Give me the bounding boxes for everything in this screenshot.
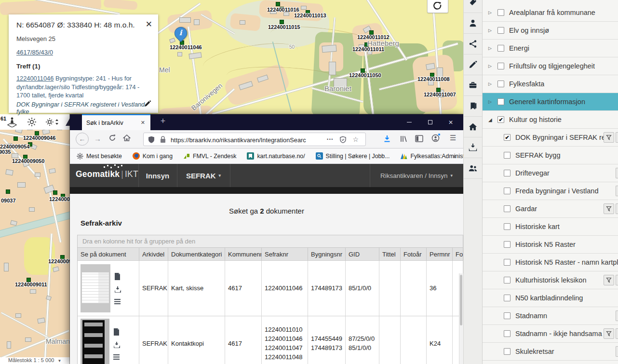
row-menu-icon[interactable] <box>114 299 121 304</box>
chevron-right-icon[interactable]: ▷ <box>488 46 494 51</box>
layer-skulekretsar[interactable]: Skulekretsar <box>483 343 618 361</box>
layer-historisk-n5[interactable]: Historisk N5 Raster <box>483 236 618 254</box>
chevron-right-icon[interactable]: ▷ <box>488 64 494 68</box>
layer-checkbox[interactable] <box>504 295 511 301</box>
chevron-right-icon[interactable]: ▷ <box>488 10 494 15</box>
map-rotate-button[interactable] <box>427 0 448 13</box>
brightness-adjust-icon[interactable] <box>45 117 59 127</box>
scrollbar-thumb[interactable] <box>460 275 462 325</box>
column-header[interactable]: Tittel <box>379 248 401 261</box>
tool-person-button[interactable] <box>464 13 482 34</box>
layer-checkbox[interactable] <box>504 330 511 337</box>
layer-group-kultur[interactable]: ◢ ✔ Kultur og historie <box>483 111 618 129</box>
new-tab-button[interactable]: + <box>157 116 169 126</box>
minimize-button[interactable] <box>402 114 416 130</box>
column-header[interactable]: Bygningsnr <box>308 248 346 261</box>
chevron-right-icon[interactable]: ▷ <box>488 28 494 33</box>
streetview-icon[interactable] <box>7 117 17 127</box>
permissions-shield-icon[interactable] <box>340 136 346 144</box>
clipped-button[interactable] <box>616 346 618 357</box>
nav-innsyn[interactable]: Innsyn <box>138 164 177 187</box>
clipped-button[interactable] <box>616 310 618 321</box>
sidebar-toggle-icon[interactable] <box>415 135 423 142</box>
layer-dok-sefrak[interactable]: ✔ DOK Bygningar i SEFRAK registe... <box>483 129 618 147</box>
layer-checkbox[interactable] <box>504 241 511 248</box>
forward-button[interactable]: → <box>94 135 101 143</box>
chevron-right-icon[interactable]: ▷ <box>488 81 494 86</box>
download-document-icon[interactable] <box>113 342 120 348</box>
layer-group-fylkesfakta[interactable]: ▷ Fylkesfakta <box>483 75 618 93</box>
sefrak-marker[interactable] <box>13 136 18 141</box>
layer-historisk-n5-namn[interactable]: Historisk N5 Raster - namn kartplate og <box>483 254 618 271</box>
chevron-right-icon[interactable]: ▷ <box>488 99 494 104</box>
layer-group-friluftsliv[interactable]: ▷ Friluftsliv og tilgjengelegheit <box>483 57 618 75</box>
filter-button[interactable] <box>604 328 614 339</box>
column-header[interactable]: Fot <box>453 248 463 261</box>
group-hint-bar[interactable]: Dra en kolonne hit for å gruppere på den <box>78 235 463 248</box>
library-icon[interactable] <box>400 135 407 143</box>
hamburger-menu-icon[interactable]: ☰ <box>450 134 456 142</box>
cadastre-link[interactable]: 4617/85/43/0 <box>16 49 53 56</box>
expanded-arrow-icon[interactable]: ◢ <box>488 117 494 122</box>
layer-checkbox[interactable] <box>497 63 504 69</box>
download-icon[interactable] <box>383 135 391 143</box>
sefrak-marker[interactable] <box>53 190 57 195</box>
tool-tag-button[interactable] <box>464 0 482 13</box>
column-header[interactable]: Arkivdel <box>139 248 168 261</box>
column-header[interactable]: Se på dokument <box>78 248 139 261</box>
layer-checkbox-checked[interactable]: ✔ <box>497 116 504 123</box>
layer-group-arealplanar[interactable]: ▷ Arealplanar frå kommunane <box>483 4 618 22</box>
tool-share-button[interactable] <box>464 34 482 54</box>
building-id-link[interactable]: 12240011046 <box>16 75 54 82</box>
page-scrollbar[interactable] <box>459 273 463 364</box>
view-document-icon[interactable] <box>113 328 120 336</box>
layer-stadnamn-ikkje[interactable]: Stadnamn - ikkje handsama av f... <box>483 325 618 343</box>
download-document-icon[interactable] <box>114 286 121 293</box>
column-header[interactable]: Kommunenr <box>225 248 262 261</box>
clipped-button[interactable] <box>616 132 618 143</box>
layer-group-energi[interactable]: ▷ Energi <box>483 40 618 57</box>
layer-checkbox[interactable] <box>504 170 511 176</box>
column-header[interactable]: GID <box>346 248 379 261</box>
layer-freda-bygningar[interactable]: Freda bygningar i Vestland <box>483 182 618 200</box>
filter-button[interactable] <box>604 275 614 285</box>
user-menu[interactable]: Riksantikvaren / Innsyn ▾ <box>370 164 463 187</box>
layer-group-elv[interactable]: ▷ Elv og innsjø <box>483 22 618 40</box>
layer-historiske-kart[interactable]: Historiske kart <box>483 218 618 236</box>
filter-button[interactable] <box>604 132 614 143</box>
layer-checkbox[interactable] <box>497 45 504 52</box>
url-text[interactable]: https://braarkiv.no/riksantikvaren/Integ… <box>171 136 310 144</box>
edit-pencil-icon[interactable] <box>144 100 151 107</box>
bookmark-item[interactable]: Stilling | Søkere | Jobb... <box>316 152 390 160</box>
layer-checkbox[interactable] <box>504 277 511 283</box>
map-scale-bar[interactable]: Målestokk 1 : 5 000 ▼ <box>0 357 70 364</box>
back-button[interactable]: ← <box>76 133 89 146</box>
tool-home-button[interactable] <box>464 117 482 137</box>
layer-checkbox[interactable] <box>504 259 511 266</box>
column-header[interactable]: Permnr <box>427 248 453 261</box>
contact-sheet-thumbnail[interactable] <box>81 319 109 364</box>
column-header[interactable]: Dokumentkategori <box>168 248 225 261</box>
window-close-button[interactable]: ✕ <box>443 114 458 130</box>
page-actions-icon[interactable]: ••• <box>327 137 334 142</box>
url-bar[interactable]: https://braarkiv.no/riksantikvaren/Integ… <box>143 133 366 146</box>
tool-draw-button[interactable] <box>464 54 482 75</box>
clipped-button[interactable] <box>616 168 618 178</box>
bookmark-item[interactable]: Kom i gang <box>133 152 173 160</box>
layer-checkbox-checked[interactable]: ✔ <box>504 134 511 141</box>
layer-group-generell[interactable]: ▷ Generell kartinformasjon <box>483 93 618 111</box>
bookmarks-overflow-icon[interactable]: » <box>453 152 457 160</box>
tab-close-icon[interactable]: ✕ <box>140 119 146 127</box>
layer-checkbox[interactable] <box>504 188 511 194</box>
layer-checkbox[interactable] <box>504 312 511 319</box>
tool-download-button[interactable] <box>464 137 482 158</box>
nav-sefrak-menu[interactable]: SEFRAK ▾ <box>177 164 230 187</box>
reload-button[interactable] <box>108 134 116 142</box>
layer-stadnamn[interactable]: Stadnamn <box>483 307 618 325</box>
bookmark-item[interactable]: FMVL - Zendesk <box>183 153 236 160</box>
layer-checkbox[interactable] <box>497 9 504 16</box>
bookmark-item[interactable]: Mest besøkte <box>77 153 122 160</box>
layer-checkbox[interactable] <box>504 205 511 212</box>
clipped-button[interactable] <box>616 186 618 196</box>
layer-kulturhistorisk-leksikon[interactable]: Kulturhistorisk leksikon <box>483 271 618 289</box>
